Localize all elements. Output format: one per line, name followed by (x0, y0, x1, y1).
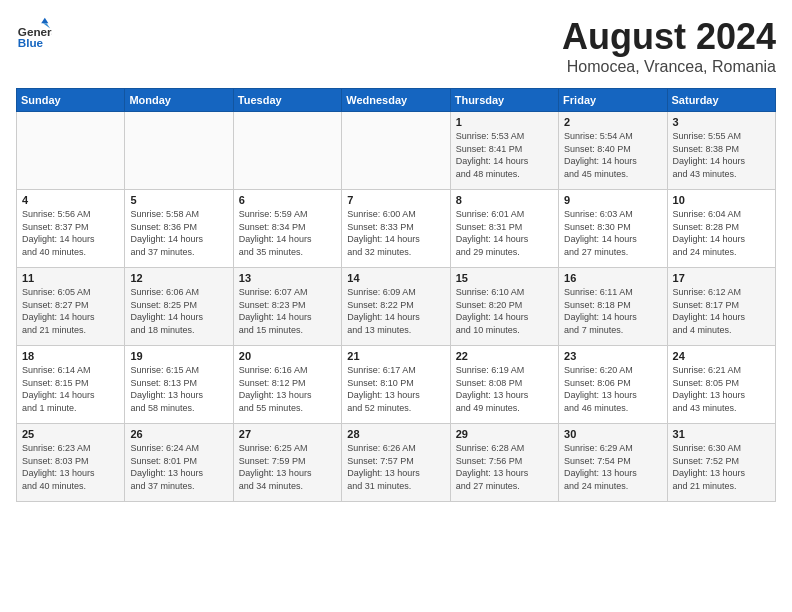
calendar-cell: 16Sunrise: 6:11 AM Sunset: 8:18 PM Dayli… (559, 268, 667, 346)
calendar-week-4: 18Sunrise: 6:14 AM Sunset: 8:15 PM Dayli… (17, 346, 776, 424)
calendar-cell: 23Sunrise: 6:20 AM Sunset: 8:06 PM Dayli… (559, 346, 667, 424)
weekday-header-thursday: Thursday (450, 89, 558, 112)
calendar-cell: 18Sunrise: 6:14 AM Sunset: 8:15 PM Dayli… (17, 346, 125, 424)
calendar-cell: 31Sunrise: 6:30 AM Sunset: 7:52 PM Dayli… (667, 424, 775, 502)
calendar-cell (342, 112, 450, 190)
day-info: Sunrise: 5:54 AM Sunset: 8:40 PM Dayligh… (564, 130, 661, 180)
calendar-cell (125, 112, 233, 190)
day-number: 30 (564, 428, 661, 440)
weekday-header-sunday: Sunday (17, 89, 125, 112)
weekday-header-wednesday: Wednesday (342, 89, 450, 112)
day-number: 20 (239, 350, 336, 362)
calendar-cell: 19Sunrise: 6:15 AM Sunset: 8:13 PM Dayli… (125, 346, 233, 424)
calendar-cell: 26Sunrise: 6:24 AM Sunset: 8:01 PM Dayli… (125, 424, 233, 502)
logo-icon: General Blue (16, 16, 52, 52)
day-number: 22 (456, 350, 553, 362)
location-subtitle: Homocea, Vrancea, Romania (562, 58, 776, 76)
day-number: 19 (130, 350, 227, 362)
page-header: General Blue August 2024 Homocea, Vrance… (16, 16, 776, 76)
calendar-cell: 11Sunrise: 6:05 AM Sunset: 8:27 PM Dayli… (17, 268, 125, 346)
day-number: 10 (673, 194, 770, 206)
day-info: Sunrise: 6:12 AM Sunset: 8:17 PM Dayligh… (673, 286, 770, 336)
day-number: 18 (22, 350, 119, 362)
calendar-cell: 29Sunrise: 6:28 AM Sunset: 7:56 PM Dayli… (450, 424, 558, 502)
day-number: 5 (130, 194, 227, 206)
day-info: Sunrise: 5:55 AM Sunset: 8:38 PM Dayligh… (673, 130, 770, 180)
day-info: Sunrise: 6:30 AM Sunset: 7:52 PM Dayligh… (673, 442, 770, 492)
calendar-cell: 24Sunrise: 6:21 AM Sunset: 8:05 PM Dayli… (667, 346, 775, 424)
calendar-cell: 14Sunrise: 6:09 AM Sunset: 8:22 PM Dayli… (342, 268, 450, 346)
day-number: 2 (564, 116, 661, 128)
day-number: 4 (22, 194, 119, 206)
calendar-cell: 2Sunrise: 5:54 AM Sunset: 8:40 PM Daylig… (559, 112, 667, 190)
calendar-cell: 30Sunrise: 6:29 AM Sunset: 7:54 PM Dayli… (559, 424, 667, 502)
day-number: 3 (673, 116, 770, 128)
calendar-cell: 27Sunrise: 6:25 AM Sunset: 7:59 PM Dayli… (233, 424, 341, 502)
day-info: Sunrise: 5:58 AM Sunset: 8:36 PM Dayligh… (130, 208, 227, 258)
weekday-header-friday: Friday (559, 89, 667, 112)
day-number: 9 (564, 194, 661, 206)
day-info: Sunrise: 6:06 AM Sunset: 8:25 PM Dayligh… (130, 286, 227, 336)
day-info: Sunrise: 6:24 AM Sunset: 8:01 PM Dayligh… (130, 442, 227, 492)
day-info: Sunrise: 6:17 AM Sunset: 8:10 PM Dayligh… (347, 364, 444, 414)
day-number: 27 (239, 428, 336, 440)
day-number: 6 (239, 194, 336, 206)
day-info: Sunrise: 6:09 AM Sunset: 8:22 PM Dayligh… (347, 286, 444, 336)
day-number: 8 (456, 194, 553, 206)
day-number: 29 (456, 428, 553, 440)
day-number: 15 (456, 272, 553, 284)
day-info: Sunrise: 6:04 AM Sunset: 8:28 PM Dayligh… (673, 208, 770, 258)
month-title: August 2024 (562, 16, 776, 58)
day-info: Sunrise: 6:21 AM Sunset: 8:05 PM Dayligh… (673, 364, 770, 414)
calendar-table: SundayMondayTuesdayWednesdayThursdayFrid… (16, 88, 776, 502)
day-number: 17 (673, 272, 770, 284)
calendar-cell: 6Sunrise: 5:59 AM Sunset: 8:34 PM Daylig… (233, 190, 341, 268)
day-info: Sunrise: 6:26 AM Sunset: 7:57 PM Dayligh… (347, 442, 444, 492)
weekday-header-monday: Monday (125, 89, 233, 112)
weekday-header-saturday: Saturday (667, 89, 775, 112)
day-number: 11 (22, 272, 119, 284)
calendar-week-2: 4Sunrise: 5:56 AM Sunset: 8:37 PM Daylig… (17, 190, 776, 268)
day-info: Sunrise: 6:20 AM Sunset: 8:06 PM Dayligh… (564, 364, 661, 414)
day-info: Sunrise: 6:00 AM Sunset: 8:33 PM Dayligh… (347, 208, 444, 258)
title-block: August 2024 Homocea, Vrancea, Romania (562, 16, 776, 76)
day-info: Sunrise: 6:03 AM Sunset: 8:30 PM Dayligh… (564, 208, 661, 258)
day-info: Sunrise: 6:07 AM Sunset: 8:23 PM Dayligh… (239, 286, 336, 336)
calendar-cell: 8Sunrise: 6:01 AM Sunset: 8:31 PM Daylig… (450, 190, 558, 268)
weekday-header-tuesday: Tuesday (233, 89, 341, 112)
calendar-cell: 22Sunrise: 6:19 AM Sunset: 8:08 PM Dayli… (450, 346, 558, 424)
calendar-cell: 28Sunrise: 6:26 AM Sunset: 7:57 PM Dayli… (342, 424, 450, 502)
calendar-cell: 7Sunrise: 6:00 AM Sunset: 8:33 PM Daylig… (342, 190, 450, 268)
calendar-cell: 25Sunrise: 6:23 AM Sunset: 8:03 PM Dayli… (17, 424, 125, 502)
calendar-cell: 9Sunrise: 6:03 AM Sunset: 8:30 PM Daylig… (559, 190, 667, 268)
day-info: Sunrise: 6:10 AM Sunset: 8:20 PM Dayligh… (456, 286, 553, 336)
calendar-cell: 5Sunrise: 5:58 AM Sunset: 8:36 PM Daylig… (125, 190, 233, 268)
calendar-cell: 15Sunrise: 6:10 AM Sunset: 8:20 PM Dayli… (450, 268, 558, 346)
calendar-cell: 4Sunrise: 5:56 AM Sunset: 8:37 PM Daylig… (17, 190, 125, 268)
day-number: 13 (239, 272, 336, 284)
day-number: 26 (130, 428, 227, 440)
day-info: Sunrise: 6:16 AM Sunset: 8:12 PM Dayligh… (239, 364, 336, 414)
logo: General Blue (16, 16, 52, 52)
weekday-header-row: SundayMondayTuesdayWednesdayThursdayFrid… (17, 89, 776, 112)
day-info: Sunrise: 6:29 AM Sunset: 7:54 PM Dayligh… (564, 442, 661, 492)
day-number: 7 (347, 194, 444, 206)
day-info: Sunrise: 6:28 AM Sunset: 7:56 PM Dayligh… (456, 442, 553, 492)
calendar-cell: 1Sunrise: 5:53 AM Sunset: 8:41 PM Daylig… (450, 112, 558, 190)
day-number: 16 (564, 272, 661, 284)
day-info: Sunrise: 6:14 AM Sunset: 8:15 PM Dayligh… (22, 364, 119, 414)
day-number: 31 (673, 428, 770, 440)
day-number: 28 (347, 428, 444, 440)
calendar-week-3: 11Sunrise: 6:05 AM Sunset: 8:27 PM Dayli… (17, 268, 776, 346)
day-info: Sunrise: 6:01 AM Sunset: 8:31 PM Dayligh… (456, 208, 553, 258)
day-number: 24 (673, 350, 770, 362)
day-number: 21 (347, 350, 444, 362)
calendar-cell: 12Sunrise: 6:06 AM Sunset: 8:25 PM Dayli… (125, 268, 233, 346)
day-info: Sunrise: 6:11 AM Sunset: 8:18 PM Dayligh… (564, 286, 661, 336)
calendar-week-5: 25Sunrise: 6:23 AM Sunset: 8:03 PM Dayli… (17, 424, 776, 502)
calendar-cell: 17Sunrise: 6:12 AM Sunset: 8:17 PM Dayli… (667, 268, 775, 346)
day-info: Sunrise: 6:15 AM Sunset: 8:13 PM Dayligh… (130, 364, 227, 414)
svg-marker-2 (41, 18, 48, 23)
day-number: 14 (347, 272, 444, 284)
calendar-cell (17, 112, 125, 190)
